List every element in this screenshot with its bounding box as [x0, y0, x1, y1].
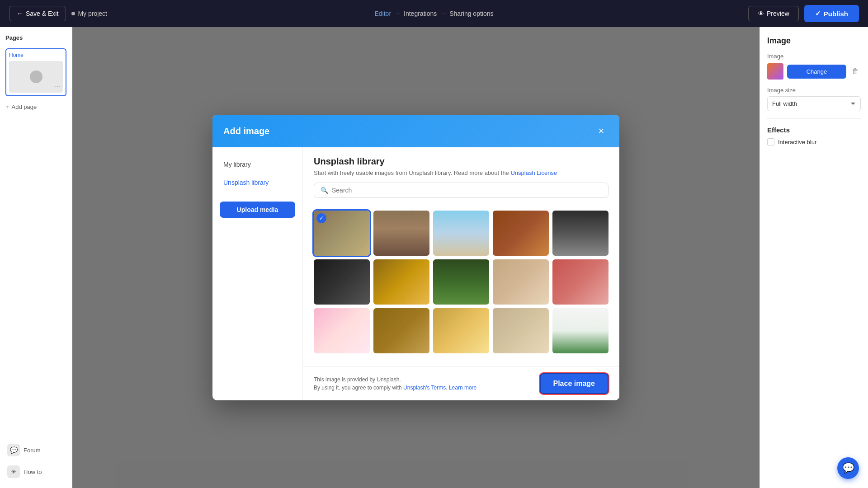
publish-label: Publish: [824, 10, 848, 18]
library-desc: Start with freely usable images from Uns…: [314, 169, 609, 176]
modal-overlay: Add image × My library Unsplash library …: [72, 27, 760, 488]
sidebar-title: Pages: [5, 34, 66, 41]
sidebar-bottom-items: 💬 Forum ☀ How to: [5, 441, 66, 481]
forum-icon: 💬: [7, 444, 20, 456]
upload-media-button[interactable]: Upload media: [220, 202, 295, 218]
messenger-bubble[interactable]: 💬: [837, 457, 859, 479]
library-title: Unsplash library: [314, 156, 609, 167]
selected-check: ✓: [316, 213, 326, 223]
footer-line-1: This image is provided by Unsplash.: [314, 375, 476, 384]
image-item-car[interactable]: [373, 308, 429, 353]
sidebar-item-howto[interactable]: ☀ How to: [5, 463, 66, 481]
search-icon: 🔍: [321, 187, 328, 194]
eye-icon: 👁: [758, 10, 764, 17]
image-item-abstract[interactable]: [493, 211, 549, 256]
panel-title: Image: [767, 36, 861, 46]
dot-icon: [71, 12, 75, 15]
modal-main-header: Unsplash library Start with freely usabl…: [303, 147, 619, 203]
nav-right: 👁 Preview ✓ Publish: [748, 5, 859, 22]
home-page-label: Home: [9, 52, 63, 58]
image-size-select[interactable]: Full width Half width Custom: [767, 96, 861, 111]
nav-center-steps: Editor → Integrations → Sharing options: [374, 10, 493, 17]
main-layout: Pages Home ⋯ + Add page 💬 Forum ☀ How to: [0, 27, 868, 488]
footer-line-2: By using it, you agree to comply with Un…: [314, 384, 476, 392]
size-section-label: Image size: [767, 87, 861, 94]
modal-header: Add image ×: [212, 115, 619, 147]
search-bar[interactable]: 🔍: [314, 183, 609, 198]
arrow-2: →: [440, 10, 446, 17]
blur-checkbox-row: Interactive blur: [767, 138, 861, 145]
image-item-leaf[interactable]: [373, 259, 429, 305]
image-row-2: [314, 259, 609, 305]
image-grid: ✓: [303, 203, 619, 366]
image-row-1: ✓: [314, 211, 609, 256]
effects-label: Effects: [767, 126, 861, 134]
page-preview: ⋯: [9, 61, 63, 93]
project-name: My project: [71, 10, 107, 17]
image-item-interior[interactable]: [552, 211, 609, 256]
nav-left: ← Save & Exit My project: [9, 6, 107, 21]
modal-close-button[interactable]: ×: [594, 124, 609, 138]
modal-sidebar: My library Unsplash library Upload media: [212, 147, 303, 400]
add-image-modal: Add image × My library Unsplash library …: [212, 115, 619, 400]
more-options-icon[interactable]: ⋯: [54, 82, 61, 91]
modal-title: Add image: [223, 126, 269, 136]
blur-label: Interactive blur: [778, 139, 816, 145]
messenger-icon: 💬: [842, 462, 854, 474]
desc-text: Start with freely usable images from Uns…: [314, 169, 509, 176]
image-section-label: Image: [767, 53, 861, 60]
right-panel: Image Image Change 🗑 Image size Full wid…: [760, 27, 868, 488]
modal-main: Unsplash library Start with freely usabl…: [303, 147, 619, 400]
sharing-step[interactable]: Sharing options: [449, 10, 493, 17]
image-item-notebook[interactable]: [314, 308, 370, 353]
image-item-person-dark[interactable]: [314, 259, 370, 305]
howto-icon: ☀: [7, 465, 20, 478]
preview-button[interactable]: 👁 Preview: [748, 6, 799, 21]
check-icon: ✓: [815, 9, 821, 18]
avatar-preview: [30, 70, 42, 83]
home-page-thumb[interactable]: Home ⋯: [5, 48, 66, 96]
modal-footer: This image is provided by Unsplash. By u…: [303, 366, 619, 400]
publish-button[interactable]: ✓ Publish: [804, 5, 859, 22]
place-image-button[interactable]: Place image: [540, 373, 609, 394]
unsplash-terms-link[interactable]: Unsplash's Terms.: [403, 385, 447, 391]
image-item-sign[interactable]: [493, 308, 549, 353]
integrations-step[interactable]: Integrations: [404, 10, 437, 17]
learn-more-link[interactable]: Learn more: [449, 385, 476, 391]
arrow-left-icon: ←: [17, 10, 23, 17]
image-item-palm[interactable]: [552, 308, 609, 353]
image-item-sit[interactable]: [433, 308, 489, 353]
panel-image-row: Change 🗑: [767, 63, 861, 80]
image-item-forest[interactable]: [433, 259, 489, 305]
image-row-3: [314, 308, 609, 353]
delete-image-button[interactable]: 🗑: [850, 66, 861, 77]
nav-my-library[interactable]: My library: [220, 156, 295, 173]
unsplash-license-link[interactable]: Unsplash License: [510, 169, 557, 176]
add-page-label: Add page: [12, 103, 37, 110]
search-input[interactable]: [332, 187, 602, 194]
canvas-area: Now click or tap on places that are diff…: [72, 27, 760, 488]
sidebar-item-forum[interactable]: 💬 Forum: [5, 441, 66, 459]
change-image-button[interactable]: Change: [787, 65, 846, 79]
add-page-button[interactable]: + Add page: [5, 102, 66, 112]
nav-unsplash-library[interactable]: Unsplash library: [220, 174, 295, 191]
forum-label: Forum: [24, 447, 41, 454]
modal-body: My library Unsplash library Upload media…: [212, 147, 619, 400]
panel-divider: [767, 118, 861, 119]
arrow-1: →: [395, 10, 400, 17]
save-exit-button[interactable]: ← Save & Exit: [9, 6, 66, 21]
footer-text: This image is provided by Unsplash. By u…: [314, 375, 476, 392]
save-exit-label: Save & Exit: [26, 10, 58, 17]
howto-label: How to: [24, 469, 42, 475]
editor-step[interactable]: Editor: [374, 10, 391, 17]
image-item-desk[interactable]: ✓: [314, 211, 370, 256]
blur-checkbox[interactable]: [767, 138, 774, 145]
image-item-bride[interactable]: [493, 259, 549, 305]
image-item-flowers[interactable]: [373, 211, 429, 256]
left-sidebar: Pages Home ⋯ + Add page 💬 Forum ☀ How to: [0, 27, 72, 488]
image-item-arch[interactable]: [552, 259, 609, 305]
preview-label: Preview: [767, 10, 789, 17]
image-item-architecture[interactable]: [433, 211, 489, 256]
panel-image-thumbnail: [767, 63, 783, 80]
top-navigation: ← Save & Exit My project Editor → Integr…: [0, 0, 868, 27]
